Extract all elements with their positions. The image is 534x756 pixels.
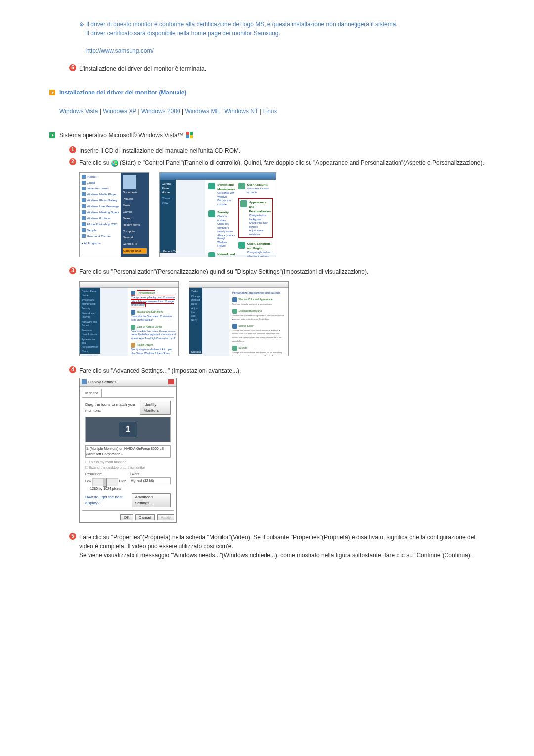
monitor-select[interactable]: 1. (Multiple Monitors) on NVIDIA GeForce…: [85, 445, 171, 458]
appearance-link[interactable]: PersonalizationChange desktop background…: [131, 291, 176, 307]
arrow-right-icon: [49, 90, 55, 95]
link-me[interactable]: Windows ME: [185, 108, 220, 115]
ds-monitor-preview[interactable]: 1: [85, 417, 171, 442]
arrow-right-green-icon: [49, 132, 55, 138]
start-right-item[interactable]: Pictures: [123, 197, 147, 201]
colors-select[interactable]: Highest (32 bit): [130, 477, 171, 485]
start-menu-item[interactable]: Adobe Photoshop CS2: [82, 222, 119, 227]
cp-category[interactable]: Network and InternetView network status …: [208, 252, 235, 258]
start-menu-item[interactable]: Windows Live Messenger Download: [82, 204, 119, 209]
identify-monitors-button[interactable]: Identify Monitors: [140, 401, 171, 415]
start-right-item[interactable]: Network: [123, 236, 147, 240]
start-menu-item[interactable]: E-mail: [82, 181, 119, 185]
start-right-item[interactable]: Games: [123, 210, 147, 214]
chk-main-monitor[interactable]: This is my main monitor: [89, 460, 126, 464]
start-right-item[interactable]: Music: [123, 203, 147, 208]
start-menu-item[interactable]: Windows Photo Gallery: [82, 198, 119, 203]
start-right-item[interactable]: Control Panel: [123, 248, 147, 254]
step3-text: Fare clic su "Personalization"(Personali…: [79, 267, 485, 276]
all-programs[interactable]: ▸ All Programs: [82, 241, 119, 246]
note-marker-icon: ※: [79, 20, 84, 55]
section-heading-row: Installazione del driver del monitor (Ma…: [49, 88, 485, 97]
appearance-sidebar-item[interactable]: Appearance and Personalization: [82, 338, 98, 349]
link-2000[interactable]: Windows 2000: [141, 108, 180, 115]
step5a: Fare clic su "Properties"(Proprietà) nel…: [79, 534, 475, 550]
advanced-settings-button[interactable]: Advanced Settings...: [132, 493, 171, 507]
ok-button[interactable]: OK: [120, 514, 133, 520]
pers-sidebar-item[interactable]: Change desktop icons: [191, 295, 200, 306]
personalization-link[interactable]: Desktop BackgroundChoose from available …: [232, 309, 285, 321]
samsung-link[interactable]: http://www.samsung.com/: [86, 47, 398, 55]
screenshot-personalization: TasksChange desktop iconsAdjust font siz…: [189, 281, 289, 356]
app-icon: [82, 198, 86, 202]
appearance-sidebar-item[interactable]: Network and Internet: [82, 312, 98, 319]
appearance-sidebar-item[interactable]: Control Panel Home: [82, 290, 98, 297]
start-right-item[interactable]: Default Programs: [123, 256, 147, 257]
cancel-button[interactable]: Cancel: [135, 514, 155, 520]
cp-category[interactable]: User AccountsAdd or remove user accounts: [238, 183, 273, 194]
chk-extend-desktop[interactable]: Extend the desktop onto this monitor: [89, 466, 145, 469]
appearance-sidebar-item[interactable]: Security: [82, 307, 98, 311]
screenshot-start-menu: InternetE-mailWelcome CenterWindows Medi…: [79, 172, 149, 257]
personalization-link[interactable]: Window Color and AppearanceFine tune the…: [232, 297, 285, 306]
start-menu-item[interactable]: Internet: [82, 175, 119, 179]
appearance-link[interactable]: Folder OptionsSpecify single- or double-…: [131, 343, 176, 356]
start-right-item[interactable]: Documents: [123, 190, 147, 195]
note-line1: Il driver di questo monitor è conforme a…: [86, 20, 398, 29]
start-menu-item[interactable]: Command Prompt: [82, 234, 119, 238]
link-nt[interactable]: Windows NT: [224, 108, 258, 115]
personalization-link[interactable]: Screen SaverChange your screen saver or …: [232, 324, 285, 343]
link-icon: [131, 325, 135, 330]
screenshot-appearance: Control Panel HomeSystem and Maintenance…: [79, 281, 179, 356]
pers-sidebar-item[interactable]: Tasks: [191, 290, 200, 294]
appearance-link[interactable]: Taskbar and Start MenuCustomize the Star…: [131, 310, 176, 322]
start-orb-icon: [111, 160, 118, 167]
ds-tab-monitor[interactable]: Monitor: [82, 389, 102, 397]
start-right-item[interactable]: Computer: [123, 229, 147, 234]
start-menu-item[interactable]: Windows Explorer: [82, 216, 119, 221]
category-icon: [208, 210, 215, 217]
link-icon: [131, 343, 135, 348]
cp-recent: Recent Tasks: [163, 249, 180, 254]
app-icon: [82, 204, 86, 208]
step2b: (Start) e "Control Panel"(Pannello di co…: [120, 159, 484, 166]
cp-category[interactable]: SecurityCheck for updatesCheck this comp…: [208, 210, 235, 248]
bullet-5b-icon: 5: [69, 533, 76, 540]
app-icon: [82, 187, 86, 190]
cp-category[interactable]: Appearance and PersonalizationChange des…: [238, 198, 273, 238]
appearance-sidebar-item[interactable]: User Accounts: [82, 333, 98, 337]
start-menu-item[interactable]: Sample: [82, 228, 119, 233]
bullet-3-icon: 3: [69, 267, 76, 274]
appearance-sidebar-item[interactable]: System and Maintenance: [82, 298, 98, 306]
start-right-item[interactable]: Recent Items: [123, 223, 147, 227]
best-display-link[interactable]: How do I get the best display?: [85, 494, 132, 506]
apply-button[interactable]: Apply: [157, 514, 174, 520]
app-icon: [82, 210, 86, 214]
cp-category[interactable]: Clock, Language, and RegionChange keyboa…: [238, 242, 273, 257]
appearance-link[interactable]: Ease of Access CenterAccommodate low vis…: [131, 325, 176, 341]
start-menu-item[interactable]: Windows Media Player: [82, 192, 119, 197]
pers-sidebar-item[interactable]: Adjust font size (DPI): [191, 307, 200, 322]
monitor-1-icon[interactable]: 1: [119, 422, 137, 437]
link-vista[interactable]: Windows Vista: [59, 108, 98, 115]
appearance-sidebar-item[interactable]: Programs: [82, 329, 98, 332]
appearance-sidebar-item[interactable]: Clock, Language, and Region: [82, 350, 98, 356]
res-high: High: [119, 479, 126, 484]
start-right-item[interactable]: Connect To: [123, 242, 147, 246]
start-menu-item[interactable]: Welcome Center: [82, 187, 119, 191]
screenshot-row-1: InternetE-mailWelcome CenterWindows Medi…: [79, 172, 485, 257]
resolution-slider[interactable]: [92, 478, 118, 486]
category-icon: [238, 242, 245, 249]
link-icon: [232, 346, 237, 351]
personalization-link[interactable]: SoundsChange which sounds are heard when…: [232, 346, 285, 357]
link-xp[interactable]: Windows XP: [103, 108, 136, 115]
screenshot-row-2: Control Panel HomeSystem and Maintenance…: [79, 281, 485, 356]
cp-category[interactable]: System and MaintenanceGet started with W…: [208, 183, 235, 206]
link-linux[interactable]: Linux: [263, 108, 277, 115]
resolution-label: Resolution:: [85, 472, 126, 477]
step5b: Se viene visualizzato il messaggio "Wind…: [79, 552, 472, 559]
start-right-item[interactable]: Search: [123, 216, 147, 221]
close-icon[interactable]: [168, 379, 174, 384]
start-menu-item[interactable]: Windows Meeting Space: [82, 210, 119, 215]
appearance-sidebar-item[interactable]: Hardware and Sound: [82, 320, 98, 328]
